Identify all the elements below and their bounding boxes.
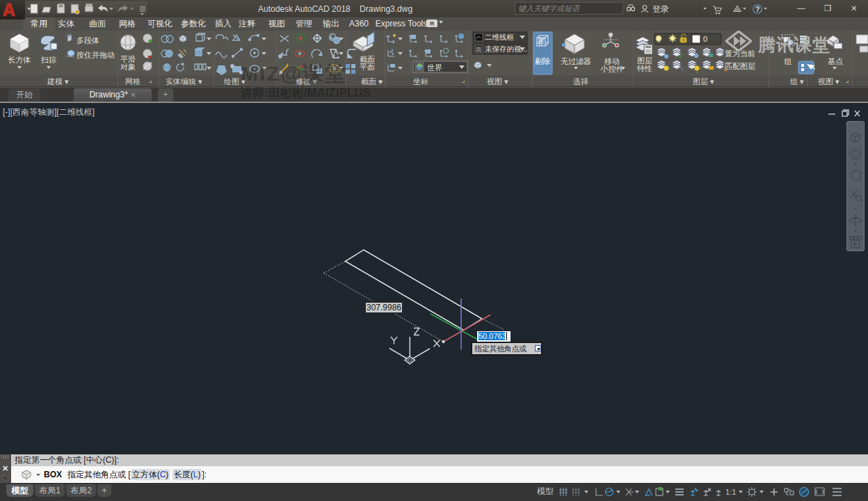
svg-text:登录: 登录	[652, 4, 669, 14]
svg-text:0: 0	[703, 35, 707, 43]
svg-text:匹配图层: 匹配图层	[725, 62, 755, 70]
svg-text:回: 回	[476, 47, 481, 53]
svg-text:二维线框: 二维线框	[485, 33, 515, 41]
svg-text:?: ?	[755, 5, 760, 13]
svg-text:1:1: 1:1	[725, 488, 736, 496]
svg-text:世界: 世界	[427, 63, 442, 72]
